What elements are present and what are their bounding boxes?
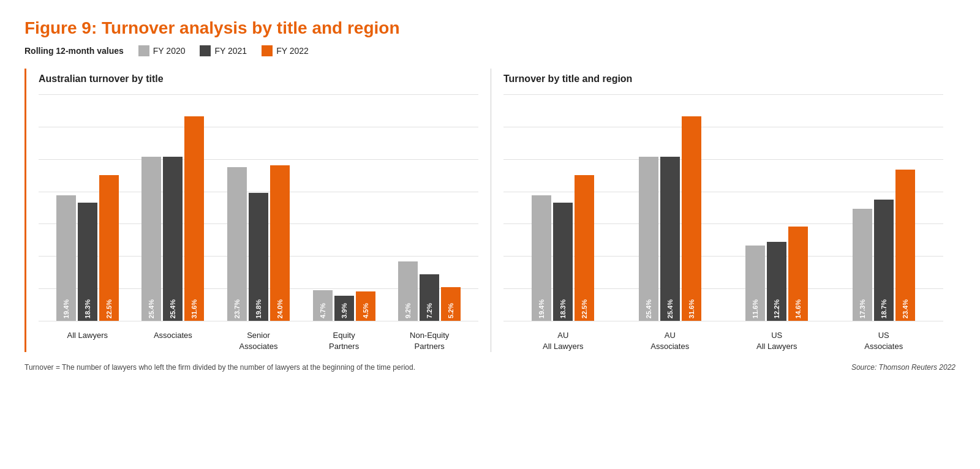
- bar-wrap: 4.5%: [356, 94, 375, 321]
- chart-right-area: 19.4%18.3%22.5%25.4%25.4%31.6%11.6%12.2%…: [503, 94, 943, 321]
- bar: 12.2%: [767, 242, 786, 321]
- bar-wrap: 5.2%: [441, 94, 461, 321]
- bar-wrap: 23.4%: [895, 94, 915, 321]
- bar: 4.5%: [356, 291, 375, 321]
- bar-value-label: 25.4%: [148, 297, 155, 321]
- bar-group: 17.3%18.7%23.4%: [831, 94, 938, 321]
- bar-value-label: 5.2%: [447, 301, 454, 321]
- bar: 23.4%: [895, 170, 915, 321]
- chart-left-title: Australian turnover by title: [39, 73, 478, 84]
- bar-group: 4.7%3.9%4.5%: [301, 94, 387, 321]
- bar-value-label: 9.2%: [404, 301, 412, 321]
- bar-wrap: 19.8%: [249, 94, 268, 321]
- bar-value-label: 12.2%: [773, 297, 780, 321]
- x-label: AUAll Lawyers: [510, 326, 617, 352]
- bar-wrap: 4.7%: [313, 94, 333, 321]
- legend-fy2021: FY 2021: [200, 45, 247, 56]
- bar-value-label: 23.4%: [902, 297, 909, 321]
- bar-wrap: 19.4%: [532, 94, 551, 321]
- x-label: SeniorAssociates: [216, 326, 301, 352]
- title-prefix: Figure 9:: [24, 18, 102, 37]
- bar-group: 25.4%25.4%31.6%: [130, 94, 216, 321]
- bar-wrap: 22.5%: [575, 94, 594, 321]
- bar-value-label: 19.8%: [255, 297, 262, 321]
- bar: 3.9%: [334, 296, 354, 321]
- legend-fy2021-label: FY 2021: [214, 46, 247, 56]
- bar-value-label: 17.3%: [859, 297, 866, 321]
- x-label: USAssociates: [831, 326, 938, 352]
- bar-group: 25.4%25.4%31.6%: [617, 94, 724, 321]
- bar: 18.3%: [78, 203, 97, 321]
- x-label: All Lawyers: [45, 326, 130, 352]
- legend-fy2020: FY 2020: [138, 45, 186, 56]
- chart-left-area: 19.4%18.3%22.5%25.4%25.4%31.6%23.7%19.8%…: [39, 94, 478, 321]
- bar: 19.4%: [56, 195, 76, 321]
- chart-left: Australian turnover by title 19.4%18.3%2…: [26, 69, 491, 352]
- x-label: EquityPartners: [301, 326, 387, 352]
- bar-wrap: 31.6%: [682, 94, 701, 321]
- bar: 25.4%: [639, 157, 658, 321]
- legend-rolling-label: Rolling 12-month values: [24, 46, 124, 56]
- bar-wrap: 18.3%: [78, 94, 97, 321]
- bar-wrap: 25.4%: [639, 94, 658, 321]
- bar-wrap: 23.7%: [227, 94, 247, 321]
- bar-value-label: 14.6%: [794, 297, 802, 321]
- x-label: AUAssociates: [617, 326, 724, 352]
- bar-value-label: 25.4%: [169, 297, 176, 321]
- bar: 25.4%: [141, 157, 161, 321]
- footnote-source: Source: Thomson Reuters 2022: [851, 363, 956, 372]
- bar-value-label: 19.4%: [62, 297, 70, 321]
- bar-group: 19.4%18.3%22.5%: [510, 94, 617, 321]
- bar-wrap: 22.5%: [99, 94, 119, 321]
- bar: 19.8%: [249, 193, 268, 321]
- charts-container: Australian turnover by title 19.4%18.3%2…: [24, 69, 956, 352]
- bar-value-label: 4.5%: [362, 301, 369, 321]
- bar: 17.3%: [853, 209, 872, 321]
- bar-wrap: 9.2%: [398, 94, 418, 321]
- bar: 25.4%: [163, 157, 183, 321]
- x-label: Associates: [130, 326, 216, 352]
- bar-wrap: 24.0%: [270, 94, 290, 321]
- bar-group: 11.6%12.2%14.6%: [723, 94, 831, 321]
- bar-value-label: 19.4%: [538, 297, 545, 321]
- bar: 5.2%: [441, 287, 461, 321]
- bar-value-label: 31.6%: [190, 297, 198, 321]
- bar: 25.4%: [660, 157, 680, 321]
- bar: 22.5%: [575, 175, 594, 321]
- bar: 31.6%: [682, 116, 701, 321]
- bar-value-label: 11.6%: [752, 297, 759, 321]
- bar-wrap: 18.3%: [553, 94, 573, 321]
- bar-wrap: 3.9%: [334, 94, 354, 321]
- bar-group: 19.4%18.3%22.5%: [45, 94, 130, 321]
- bar-wrap: 18.7%: [874, 94, 894, 321]
- legend: Rolling 12-month values FY 2020 FY 2021 …: [24, 45, 956, 56]
- bar-wrap: 25.4%: [660, 94, 680, 321]
- bar: 24.0%: [270, 165, 290, 321]
- footnote: Turnover = The number of lawyers who lef…: [24, 363, 956, 372]
- legend-box-fy2020: [138, 45, 149, 56]
- title-highlight: Turnover analysis by title and region: [102, 18, 400, 37]
- x-label: USAll Lawyers: [723, 326, 831, 352]
- bar: 11.6%: [745, 246, 765, 321]
- bar-wrap: 14.6%: [788, 94, 808, 321]
- bar-value-label: 4.7%: [319, 301, 326, 321]
- legend-box-fy2021: [200, 45, 211, 56]
- chart-right-x-labels: AUAll LawyersAUAssociatesUSAll LawyersUS…: [503, 326, 943, 352]
- bar-value-label: 23.7%: [233, 297, 241, 321]
- bar: 19.4%: [532, 195, 551, 321]
- bar-wrap: 25.4%: [141, 94, 161, 321]
- legend-fy2020-label: FY 2020: [153, 46, 186, 56]
- bar: 22.5%: [99, 175, 119, 321]
- bar-value-label: 31.6%: [688, 297, 695, 321]
- bar-value-label: 18.7%: [880, 297, 888, 321]
- bar-wrap: 25.4%: [163, 94, 183, 321]
- bar-wrap: 31.6%: [184, 94, 204, 321]
- bar-value-label: 25.4%: [645, 297, 652, 321]
- bar-value-label: 22.5%: [581, 297, 588, 321]
- bar: 14.6%: [788, 227, 808, 321]
- chart-right: Turnover by title and region 19.4%18.3%2…: [491, 69, 956, 352]
- bar-value-label: 18.3%: [559, 297, 567, 321]
- bar-wrap: 11.6%: [745, 94, 765, 321]
- bar-value-label: 18.3%: [84, 297, 91, 321]
- bar: 9.2%: [398, 261, 418, 321]
